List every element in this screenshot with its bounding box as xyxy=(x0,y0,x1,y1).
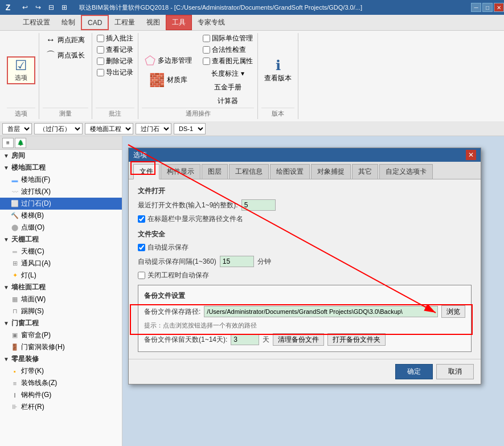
minimize-btn[interactable]: ─ xyxy=(471,3,481,12)
qa-btn-3[interactable]: ⊟ xyxy=(46,2,57,13)
delete-record-check[interactable] xyxy=(97,58,104,65)
dialog-title-text: 选项 xyxy=(133,150,466,160)
tree-wave-line[interactable]: 〰 波打线(X) xyxy=(0,186,122,198)
backup-path-input[interactable] xyxy=(204,306,438,317)
dialog-tab-custom[interactable]: 自定义选项卡 xyxy=(379,164,433,179)
tree-door-window-trim[interactable]: 🚪 门窗洞装修(H) xyxy=(0,341,122,353)
code-select[interactable]: DS-1 xyxy=(174,123,206,134)
autosave-interval-input[interactable] xyxy=(220,256,254,267)
tree-steel[interactable]: I 钢构件(G) xyxy=(0,389,122,401)
show-full-path-check[interactable] xyxy=(138,215,145,223)
stairs-label: 楼梯(B) xyxy=(21,211,44,220)
view-version-btn[interactable]: ℹ 查看版本 xyxy=(261,56,294,85)
browse-button[interactable]: 浏览 xyxy=(441,305,465,318)
tab-quantity[interactable]: 工程量 xyxy=(109,15,141,30)
element-select[interactable]: 过门石 xyxy=(136,123,171,134)
category-door-window[interactable]: ▼ 门窗工程 xyxy=(0,317,122,329)
tree-wall-surface[interactable]: ▦ 墙面(W) xyxy=(0,293,122,305)
backup-days-input[interactable] xyxy=(231,334,259,345)
ok-button[interactable]: 确定 xyxy=(395,364,433,379)
tree-door-threshold[interactable]: ⬜ 过门石(D) xyxy=(0,198,122,210)
hardware-manual-btn[interactable]: 五金手册 xyxy=(202,81,254,94)
material-lib-btn[interactable]: 🧱 材质库 xyxy=(142,71,195,89)
tab-expert[interactable]: 专家专线 xyxy=(192,15,231,30)
tree-view-btn[interactable]: 🌲 xyxy=(15,138,26,148)
close-btn[interactable]: ✕ xyxy=(494,3,504,12)
category-floor-label: 楼地面工程 xyxy=(11,163,46,173)
component-select[interactable]: （过门石） xyxy=(34,123,83,134)
legal-check-check[interactable] xyxy=(203,46,210,54)
view-record-check[interactable] xyxy=(97,46,104,54)
calculator-btn[interactable]: 计算器 xyxy=(202,95,254,108)
project-type-select[interactable]: 楼地面工程 xyxy=(85,123,133,134)
tree-curtain-box[interactable]: ▣ 窗帘盒(P) xyxy=(0,329,122,341)
insert-annotation-btn[interactable]: 插入批注 xyxy=(96,33,134,44)
dialog-tab-project-info[interactable]: 工程信息 xyxy=(229,164,269,179)
dimension-btn[interactable]: 长度标注 ▾ xyxy=(202,67,254,80)
floor-select[interactable]: 首层 xyxy=(2,123,32,134)
tab-view[interactable]: 视图 xyxy=(141,15,166,30)
export-record-label: 导出记录 xyxy=(106,68,133,77)
tab-draw[interactable]: 绘制 xyxy=(56,15,81,30)
delete-record-btn[interactable]: 删除记录 xyxy=(96,56,134,67)
dialog-tab-draw-settings[interactable]: 绘图设置 xyxy=(270,164,310,179)
category-room-label: 房间 xyxy=(11,151,25,161)
category-wall[interactable]: ▼ 墙柱面工程 xyxy=(0,281,122,293)
floor-surface-label: 楼地面(F) xyxy=(21,175,50,185)
decorative-line-label: 装饰线条(Z) xyxy=(21,378,57,388)
export-record-check[interactable] xyxy=(97,69,104,76)
view-record-btn[interactable]: 查看记录 xyxy=(96,44,134,55)
undo-btn[interactable]: ↩ xyxy=(19,2,31,13)
tree-decorative-line[interactable]: ≡ 装饰线条(Z) xyxy=(0,377,122,389)
close-save-check[interactable] xyxy=(138,272,145,279)
ribbon-tabs: 工程设置 绘制 CAD 工程量 视图 工具 专家专线 xyxy=(0,15,504,31)
dialog-tab-snap[interactable]: 对象捕捉 xyxy=(311,164,351,179)
tree-light[interactable]: ✦ 灯(L) xyxy=(0,269,122,281)
distance-btn[interactable]: ↔ 两点距离 xyxy=(43,33,88,47)
cancel-button[interactable]: 取消 xyxy=(436,364,474,379)
insert-annotation-check[interactable] xyxy=(97,35,104,42)
list-view-btn[interactable]: ≡ xyxy=(2,138,14,148)
view-element-prop-btn[interactable]: 查看图元属性 xyxy=(202,56,254,67)
tab-tools[interactable]: 工具 xyxy=(166,15,192,30)
tree-railing[interactable]: ⊪ 栏杆(R) xyxy=(0,401,122,413)
arclength-btn[interactable]: ⌒ 两点弧长 xyxy=(43,48,88,63)
tree-baseboard[interactable]: ⊓ 踢脚(S) xyxy=(0,305,122,317)
redo-btn[interactable]: ↪ xyxy=(32,2,44,13)
category-misc[interactable]: ▼ 零星装修 xyxy=(0,353,122,365)
qa-btn-4[interactable]: ⊞ xyxy=(59,2,70,13)
ceiling-collapse-icon: ▼ xyxy=(3,236,10,243)
tree-vent[interactable]: ⊞ 通风口(A) xyxy=(0,257,122,269)
export-record-btn[interactable]: 导出记录 xyxy=(96,67,134,78)
tree-lightband[interactable]: ▪ 灯带(K) xyxy=(0,365,122,377)
tab-cad[interactable]: CAD xyxy=(81,15,109,30)
door-window-trim-label: 门窗洞装修(H) xyxy=(21,342,65,352)
dialog-close-btn[interactable]: ✕ xyxy=(466,150,476,160)
dialog-tab-component[interactable]: 构件显示 xyxy=(161,164,200,179)
z-logo[interactable]: Z xyxy=(0,1,16,14)
steel-label: 钢构件(G) xyxy=(21,390,51,400)
maximize-btn[interactable]: □ xyxy=(482,3,493,12)
options-button[interactable]: ☑ 选项 xyxy=(7,56,35,84)
dialog-tab-other[interactable]: 其它 xyxy=(352,164,378,179)
tree-stairs[interactable]: 🔨 楼梯(B) xyxy=(0,210,122,222)
category-floor[interactable]: ▼ 楼地面工程 xyxy=(0,162,122,174)
material-icon: 🧱 xyxy=(149,73,165,88)
dialog-tab-file[interactable]: 文件 xyxy=(133,164,159,179)
clear-backup-btn[interactable]: 清理备份文件 xyxy=(273,333,324,346)
tree-dot-decor[interactable]: ⬤ 点缀(O) xyxy=(0,222,122,234)
category-ceiling[interactable]: ▼ 天棚工程 xyxy=(0,234,122,245)
polygon-mgmt-btn[interactable]: ⬠ 多边形管理 xyxy=(142,52,195,70)
category-room[interactable]: ▼ 房间 xyxy=(0,150,122,162)
tree-floor-surface[interactable]: ▬ 楼地面(F) xyxy=(0,174,122,186)
open-backup-folder-btn[interactable]: 打开备份文件夹 xyxy=(327,333,386,346)
intl-unit-check[interactable] xyxy=(203,35,210,42)
tree-ceiling[interactable]: ═ 天棚(C) xyxy=(0,245,122,257)
recent-files-input[interactable] xyxy=(241,199,276,211)
tab-engineering-settings[interactable]: 工程设置 xyxy=(17,15,56,30)
dialog-tab-layer[interactable]: 图层 xyxy=(202,164,228,179)
legal-check-btn[interactable]: 合法性检查 xyxy=(202,44,254,55)
view-element-check[interactable] xyxy=(203,58,210,65)
intl-unit-mgmt-btn[interactable]: 国际单位管理 xyxy=(202,33,254,44)
autosave-check[interactable] xyxy=(138,244,145,251)
